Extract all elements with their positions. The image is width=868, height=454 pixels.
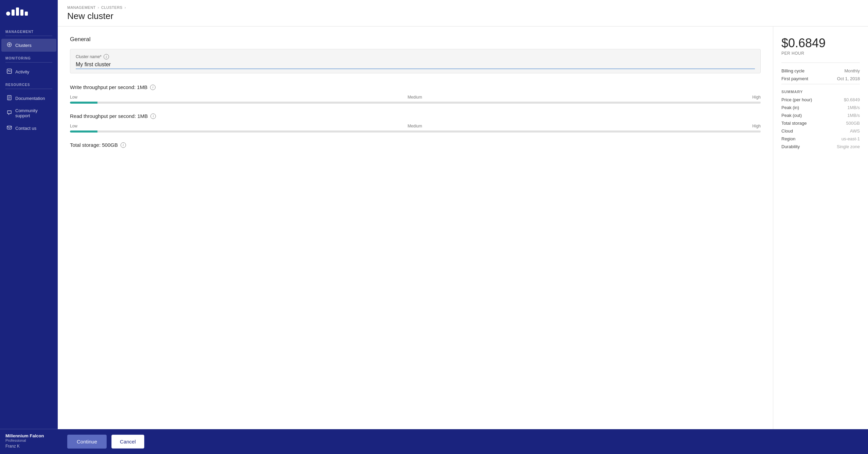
summary-row: Regionus-east-1 <box>781 136 860 141</box>
summary-row-value: Single zone <box>837 144 860 149</box>
clusters-icon <box>7 42 12 48</box>
write-throughput-info-icon[interactable]: i <box>150 85 156 90</box>
summary-row-label: Peak (out) <box>781 113 802 118</box>
sidebar-item-documentation[interactable]: Documentation <box>1 92 56 105</box>
logo-svg <box>5 6 30 18</box>
total-storage-info-icon[interactable]: i <box>121 142 126 148</box>
billing-cycle-value: Monthly <box>844 68 860 73</box>
read-throughput-info-icon[interactable]: i <box>150 114 156 119</box>
summary-row-value: 500GB <box>846 121 860 126</box>
sidebar-item-contact-us-label: Contact us <box>15 126 36 131</box>
summary-rows: Price (per hour)$0.6849Peak (in)1MB/sPea… <box>781 97 860 149</box>
svg-rect-2 <box>16 7 19 16</box>
sidebar-item-community-support-label: Community support <box>15 108 51 118</box>
sidebar-item-clusters-label: Clusters <box>15 43 32 48</box>
summary-row-value: $0.6849 <box>844 97 860 102</box>
summary-row-label: Price (per hour) <box>781 97 812 102</box>
cluster-name-box: Cluster name* i <box>70 49 761 73</box>
breadcrumb-sep-2: › <box>125 5 126 10</box>
summary-row-value: 1MB/s <box>847 113 860 118</box>
read-throughput-title: Read throughput per second: 1MB i <box>70 113 761 119</box>
summary-row: DurabilitySingle zone <box>781 144 860 149</box>
write-throughput-labels: Low Medium High <box>70 95 761 100</box>
summary-row: Peak (out)1MB/s <box>781 113 860 118</box>
sidebar: Management Clusters Monitoring Activity … <box>0 0 58 454</box>
write-high-label: High <box>752 95 761 100</box>
summary-row-label: Durability <box>781 144 800 149</box>
main-content: General Cluster name* i Write throughput… <box>58 27 773 429</box>
panel-divider-2 <box>781 84 860 84</box>
read-throughput-labels: Low Medium High <box>70 124 761 128</box>
first-payment-row: First payment Oct 1, 2018 <box>781 76 860 81</box>
svg-rect-1 <box>12 10 15 16</box>
right-panel: $0.6849 PER HOUR Billing cycle Monthly F… <box>773 27 868 429</box>
breadcrumb-sep-1: › <box>98 5 99 10</box>
section-label-resources: Resources <box>0 78 58 89</box>
sidebar-item-activity[interactable]: Activity <box>1 65 56 78</box>
general-section-title: General <box>70 36 761 43</box>
activity-icon <box>7 69 12 75</box>
cancel-button[interactable]: Cancel <box>111 435 144 449</box>
read-medium-label: Medium <box>408 124 422 128</box>
section-label-monitoring: Monitoring <box>0 52 58 62</box>
logo-icon <box>5 6 30 18</box>
content-area: General Cluster name* i Write throughput… <box>58 27 868 429</box>
continue-button[interactable]: Continue <box>67 435 107 449</box>
billing-cycle-label: Billing cycle <box>781 68 804 73</box>
total-storage-section: Total storage: 500GB i <box>70 142 761 148</box>
summary-row: Price (per hour)$0.6849 <box>781 97 860 102</box>
action-bar: Continue Cancel <box>58 429 868 454</box>
read-throughput-track[interactable] <box>70 130 761 133</box>
sidebar-item-community-support[interactable]: Community support <box>1 105 56 122</box>
account-plan: Professional <box>5 438 52 442</box>
write-throughput-slider-wrapper <box>70 102 761 104</box>
read-high-label: High <box>752 124 761 128</box>
community-support-icon <box>7 110 12 116</box>
svg-rect-4 <box>25 12 28 16</box>
documentation-icon <box>7 95 12 101</box>
breadcrumb-management: MANAGEMENT <box>67 5 96 10</box>
sidebar-item-activity-label: Activity <box>15 69 29 74</box>
sidebar-bottom: Millennium Falcon Professional Franz K <box>0 429 58 454</box>
account-name: Millennium Falcon <box>5 433 52 438</box>
summary-row: Peak (in)1MB/s <box>781 105 860 110</box>
first-payment-value: Oct 1, 2018 <box>837 76 860 81</box>
summary-row-label: Cloud <box>781 128 793 134</box>
svg-rect-3 <box>20 10 23 16</box>
summary-title: SUMMARY <box>781 90 860 94</box>
page-header: MANAGEMENT › CLUSTERS › New cluster <box>58 0 868 27</box>
summary-row-value: 1MB/s <box>847 105 860 110</box>
breadcrumb-clusters: CLUSTERS <box>101 5 123 10</box>
write-throughput-track[interactable] <box>70 102 761 104</box>
panel-divider-1 <box>781 63 860 63</box>
cluster-name-input[interactable] <box>76 62 755 69</box>
summary-row-label: Region <box>781 136 795 141</box>
page-title: New cluster <box>67 11 858 21</box>
read-throughput-section: Read throughput per second: 1MB i Low Me… <box>70 113 761 133</box>
cluster-name-info-icon[interactable]: i <box>104 54 109 59</box>
cluster-name-label: Cluster name* i <box>76 54 755 59</box>
read-throughput-slider-wrapper <box>70 130 761 133</box>
summary-row-label: Total storage <box>781 121 807 126</box>
main-area: MANAGEMENT › CLUSTERS › New cluster Gene… <box>58 0 868 454</box>
svg-rect-8 <box>7 126 12 129</box>
price-per-hour-label: PER HOUR <box>781 51 860 56</box>
section-label-management: Management <box>0 25 58 36</box>
read-low-label: Low <box>70 124 77 128</box>
write-throughput-section: Write throughput per second: 1MB i Low M… <box>70 84 761 104</box>
total-storage-title: Total storage: 500GB i <box>70 142 761 148</box>
summary-row-label: Peak (in) <box>781 105 799 110</box>
summary-row-value: AWS <box>850 128 860 134</box>
divider-management <box>5 36 52 36</box>
divider-resources <box>5 89 52 89</box>
sidebar-item-clusters[interactable]: Clusters <box>1 39 56 52</box>
write-throughput-title: Write throughput per second: 1MB i <box>70 84 761 90</box>
billing-cycle-row: Billing cycle Monthly <box>781 68 860 73</box>
sidebar-user: Franz K <box>5 444 52 449</box>
summary-row-value: us-east-1 <box>842 136 860 141</box>
write-low-label: Low <box>70 95 77 100</box>
sidebar-item-contact-us[interactable]: Contact us <box>1 122 56 135</box>
price-display: $0.6849 <box>781 36 860 50</box>
read-throughput-fill <box>70 130 97 133</box>
summary-row: Total storage500GB <box>781 121 860 126</box>
